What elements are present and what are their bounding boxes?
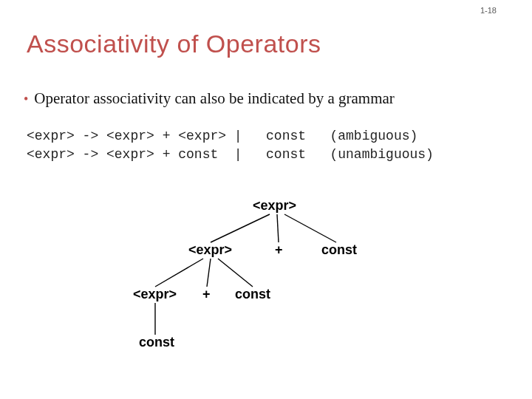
parse-tree: <expr> <expr> + const <expr> + const con… [89, 198, 429, 390]
tree-node-l2-const: const [235, 287, 270, 302]
tree-node-l1-const: const [321, 242, 357, 258]
grammar-block: <expr> -> <expr> + <expr> | const (ambig… [27, 127, 434, 164]
svg-line-3 [155, 259, 203, 287]
bullet-text: Operator associativity can also be indic… [34, 89, 394, 108]
page-number: 1-18 [480, 6, 497, 15]
tree-node-root: <expr> [253, 198, 296, 214]
bullet-row: • Operator associativity can also be ind… [24, 89, 395, 108]
svg-line-5 [218, 259, 253, 287]
svg-line-1 [277, 214, 279, 242]
grammar-line-2: <expr> -> <expr> + const | const (unambi… [27, 147, 434, 162]
svg-line-4 [207, 259, 211, 287]
svg-line-2 [284, 214, 336, 242]
slide-title: Associativity of Operators [27, 30, 321, 58]
tree-node-l3-const: const [139, 335, 174, 350]
tree-node-l2-plus: + [202, 287, 211, 302]
tree-node-l2-expr: <expr> [133, 287, 177, 302]
tree-node-l1-plus: + [275, 242, 283, 258]
bullet-dot-icon: • [24, 92, 28, 106]
svg-line-0 [211, 214, 270, 242]
slide: 1-18 Associativity of Operators • Operat… [0, 0, 532, 399]
tree-node-l1-expr: <expr> [188, 242, 232, 258]
grammar-line-1: <expr> -> <expr> + <expr> | const (ambig… [27, 129, 417, 143]
